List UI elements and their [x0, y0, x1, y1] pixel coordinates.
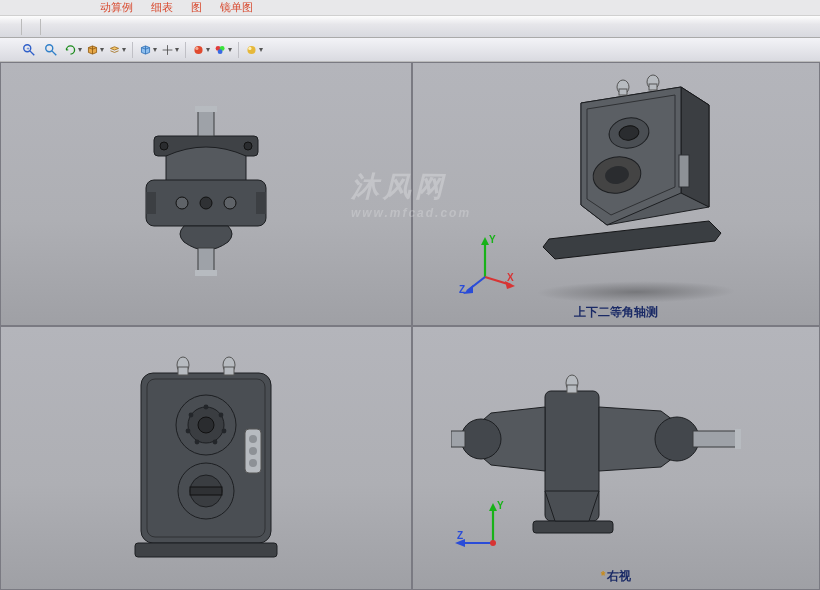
model-front-view — [111, 343, 301, 573]
svg-rect-36 — [679, 155, 689, 187]
svg-text:Z: Z — [459, 284, 465, 295]
svg-point-76 — [461, 419, 501, 459]
svg-point-73 — [655, 417, 699, 461]
svg-point-56 — [219, 413, 224, 418]
layers-icon[interactable] — [108, 41, 126, 59]
colors-icon[interactable] — [214, 41, 232, 59]
svg-point-61 — [189, 413, 194, 418]
svg-point-55 — [204, 405, 209, 410]
svg-point-3 — [46, 44, 53, 51]
model-top-view — [86, 90, 326, 290]
view-toolbar: + — [0, 38, 820, 62]
svg-rect-49 — [178, 367, 188, 375]
svg-rect-69 — [135, 543, 277, 557]
svg-point-68 — [249, 459, 257, 467]
rotate-icon[interactable] — [64, 41, 82, 59]
svg-point-13 — [247, 45, 255, 53]
svg-rect-18 — [198, 110, 214, 136]
svg-point-66 — [249, 435, 257, 443]
svg-point-14 — [248, 46, 251, 49]
svg-rect-72 — [567, 385, 577, 393]
svg-point-24 — [200, 197, 212, 209]
pane-top-left[interactable] — [0, 62, 412, 326]
box-blue-icon[interactable] — [139, 41, 157, 59]
svg-rect-19 — [195, 106, 217, 112]
sphere-icon[interactable] — [245, 41, 263, 59]
svg-marker-40 — [505, 281, 515, 289]
ribbon-bar — [0, 16, 820, 38]
pane-bottom-right[interactable]: Y Z **右视右视 — [412, 326, 820, 590]
svg-rect-77 — [451, 431, 465, 447]
svg-marker-42 — [463, 285, 473, 294]
svg-point-16 — [160, 142, 168, 150]
ribbon-tabs: 动算例 细表 图 镜单图 — [0, 0, 820, 16]
view-label: **右视右视 — [601, 568, 632, 585]
svg-rect-21 — [146, 192, 156, 214]
svg-line-41 — [467, 277, 485, 291]
ribbon-tab[interactable]: 动算例 — [100, 0, 133, 15]
svg-rect-33 — [619, 89, 627, 95]
svg-rect-22 — [256, 192, 266, 214]
svg-line-4 — [52, 50, 56, 54]
svg-point-25 — [224, 197, 236, 209]
viewport-grid: Y X Z 上下二等角轴测 沐风网www.mfcad.com — [0, 62, 820, 590]
svg-point-8 — [194, 45, 202, 53]
svg-rect-35 — [649, 84, 657, 90]
svg-line-1 — [30, 50, 34, 54]
pane-bottom-left[interactable] — [0, 326, 412, 590]
model-right-view — [451, 373, 781, 543]
svg-point-12 — [218, 49, 223, 54]
svg-rect-75 — [735, 429, 741, 449]
svg-text:+: + — [26, 45, 29, 51]
svg-rect-64 — [190, 487, 222, 495]
svg-rect-27 — [195, 270, 217, 276]
appearance-icon[interactable] — [192, 41, 210, 59]
svg-rect-74 — [693, 431, 737, 447]
zoom-window-icon[interactable]: + — [20, 41, 38, 59]
svg-rect-51 — [224, 367, 234, 375]
view-label: 上下二等角轴测 — [574, 304, 658, 321]
svg-marker-38 — [481, 237, 489, 245]
ribbon-tab[interactable]: 图 — [191, 0, 202, 15]
svg-line-39 — [485, 277, 511, 285]
svg-rect-78 — [533, 521, 613, 533]
svg-point-17 — [244, 142, 252, 150]
svg-point-67 — [249, 447, 257, 455]
svg-point-23 — [176, 197, 188, 209]
pane-top-right[interactable]: Y X Z 上下二等角轴测 沐风网www.mfcad.com — [412, 62, 820, 326]
svg-point-59 — [195, 440, 200, 445]
ribbon-tab[interactable]: 镜单图 — [220, 0, 253, 15]
axis-icon[interactable] — [161, 41, 179, 59]
zoom-fit-icon[interactable] — [42, 41, 60, 59]
svg-point-60 — [186, 429, 191, 434]
ribbon-tab[interactable]: 细表 — [151, 0, 173, 15]
svg-point-54 — [198, 417, 214, 433]
svg-point-58 — [213, 440, 218, 445]
svg-point-57 — [222, 429, 227, 434]
model-iso-view — [491, 65, 761, 275]
svg-rect-26 — [198, 248, 214, 272]
app-root: 动算例 细表 图 镜单图 + — [0, 0, 820, 590]
box-view-icon[interactable] — [86, 41, 104, 59]
svg-point-9 — [195, 46, 198, 49]
